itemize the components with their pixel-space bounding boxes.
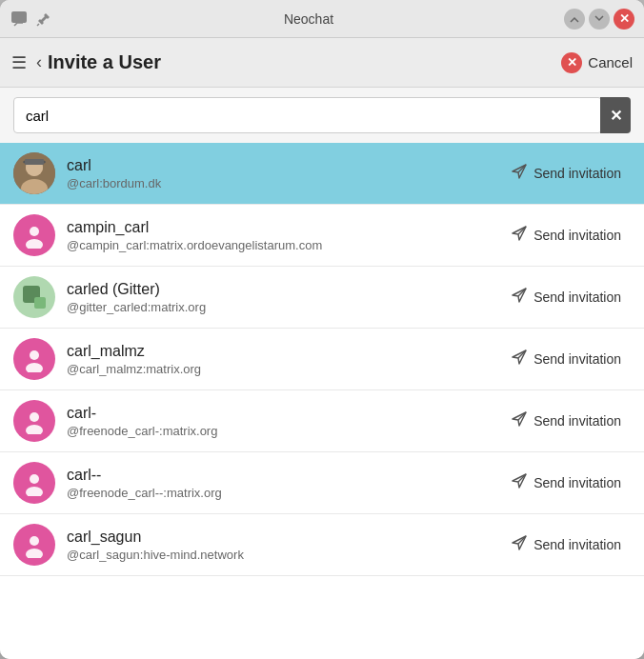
svg-point-18 [30,412,39,422]
send-icon [511,534,528,555]
minimize-button[interactable] [564,9,585,30]
send-invitation-label: Send invitation [533,228,621,243]
avatar [13,152,55,194]
send-icon [511,410,528,431]
search-bar: ✕ [0,88,644,143]
list-item[interactable]: campin_carl @campin_carl:matrix.ordoevan… [0,205,644,267]
cancel-x-icon: ✕ [561,52,582,73]
send-invitation-button[interactable]: Send invitation [501,405,631,437]
svg-rect-13 [34,297,46,309]
results-list: carl @carl:bordum.dk Send invitation [0,143,644,659]
send-icon [511,472,528,493]
avatar [13,338,55,380]
svg-point-22 [26,487,43,496]
avatar [13,462,55,504]
user-matrix-id: @carl_sagun:hive-mind.network [67,548,501,562]
send-icon [511,349,528,369]
send-icon [511,287,528,308]
title-bar-icons [10,10,53,29]
user-matrix-id: @freenode_carl--:matrix.org [67,486,501,500]
send-invitation-label: Send invitation [533,290,621,305]
title-bar-controls: ✕ [564,9,634,30]
app-window: Neochat ✕ ☰ ‹ Invite a User ✕ Cancel ✕ [0,0,644,659]
svg-line-1 [37,24,39,26]
page-title: Invite a User [48,51,561,73]
send-icon [511,225,528,246]
user-matrix-id: @gitter_carled:matrix.org [67,300,501,314]
send-invitation-button[interactable]: Send invitation [501,529,631,561]
user-matrix-id: @campin_carl:matrix.ordoevangelistarum.c… [67,238,501,252]
send-invitation-button[interactable]: Send invitation [501,281,631,313]
avatar [13,524,55,566]
search-input[interactable] [13,97,602,133]
list-item[interactable]: carl-- @freenode_carl--:matrix.org Send … [0,452,644,514]
user-info: carl-- @freenode_carl--:matrix.org [67,467,501,500]
maximize-button[interactable] [589,9,610,30]
user-display-name: carl- [67,405,501,422]
list-item[interactable]: carl @carl:bordum.dk Send invitation [0,143,644,205]
user-info: carl_sagun @carl_sagun:hive-mind.network [67,529,501,562]
list-item[interactable]: carl_malmz @carl_malmz:matrix.org Send i… [0,329,644,390]
user-display-name: carl-- [67,467,501,484]
user-display-name: carled (Gitter) [67,281,501,298]
send-invitation-label: Send invitation [533,351,621,367]
user-matrix-id: @freenode_carl-:matrix.org [67,424,501,438]
svg-point-16 [26,363,43,372]
send-invitation-label: Send invitation [533,475,621,490]
chat-icon [10,10,29,29]
user-info: carl_malmz @carl_malmz:matrix.org [67,343,501,376]
send-invitation-label: Send invitation [533,413,621,429]
user-info: carled (Gitter) @gitter_carled:matrix.or… [67,281,501,314]
hamburger-icon[interactable]: ☰ [11,52,27,73]
svg-point-9 [30,227,39,236]
list-item[interactable]: carl_sagun @carl_sagun:hive-mind.network… [0,514,644,576]
svg-point-25 [26,549,43,558]
send-invitation-label: Send invitation [533,166,621,181]
send-invitation-label: Send invitation [533,537,621,552]
cancel-label: Cancel [588,54,633,70]
user-info: carl @carl:bordum.dk [67,157,501,190]
svg-point-21 [30,474,39,484]
list-item[interactable]: carl- @freenode_carl-:matrix.org Send in… [0,390,644,452]
user-info: campin_carl @campin_carl:matrix.ordoevan… [67,219,501,252]
user-display-name: carl_sagun [67,529,501,546]
avatar [13,214,55,256]
user-matrix-id: @carl_malmz:matrix.org [67,362,501,376]
user-matrix-id: @carl:bordum.dk [67,176,501,190]
cancel-button[interactable]: ✕ Cancel [561,52,633,73]
header-bar: ☰ ‹ Invite a User ✕ Cancel [0,38,644,88]
svg-rect-0 [11,11,27,23]
send-invitation-button[interactable]: Send invitation [501,219,631,251]
list-item[interactable]: carled (Gitter) @gitter_carled:matrix.or… [0,267,644,329]
send-invitation-button[interactable]: Send invitation [501,157,631,190]
send-invitation-button[interactable]: Send invitation [501,343,631,375]
svg-point-19 [26,425,43,434]
user-display-name: carl_malmz [67,343,501,360]
user-display-name: campin_carl [67,219,501,236]
send-invitation-button[interactable]: Send invitation [501,467,631,499]
svg-point-15 [30,350,39,360]
user-info: carl- @freenode_carl-:matrix.org [67,405,501,438]
send-icon [511,163,528,184]
pin-icon [34,10,53,29]
svg-point-24 [30,536,39,546]
title-bar: Neochat ✕ [0,0,644,38]
back-icon[interactable]: ‹ [36,52,42,72]
user-display-name: carl [67,157,501,174]
avatar [13,400,55,442]
window-title: Neochat [284,11,333,27]
svg-point-10 [26,239,43,249]
avatar [13,276,55,318]
svg-rect-7 [25,159,44,165]
close-button[interactable]: ✕ [614,9,634,30]
clear-search-button[interactable]: ✕ [600,97,631,133]
